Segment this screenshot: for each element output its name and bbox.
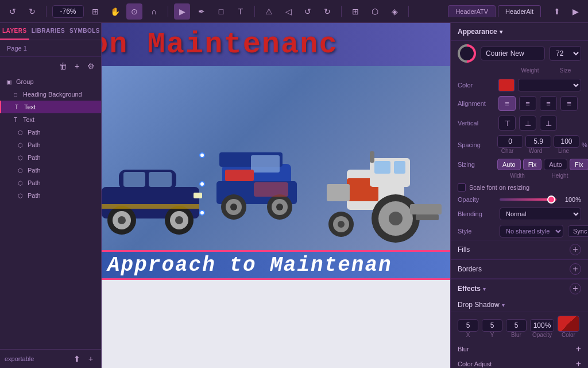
align-justify-btn[interactable]: ≡	[560, 96, 578, 111]
refresh-btn[interactable]: ↺	[300, 3, 316, 20]
spacing-label: Spacing	[458, 141, 495, 148]
export-btn[interactable]: ⬆	[549, 3, 565, 20]
rotate-btn[interactable]: ↻	[319, 3, 335, 20]
canvas-area[interactable]: on Maintenanc	[102, 23, 450, 368]
separator-4	[341, 6, 342, 17]
opacity-slider[interactable]	[500, 198, 556, 201]
align-center-btn[interactable]: ≡	[519, 96, 536, 111]
lock-btn[interactable]: ∩	[146, 3, 162, 20]
svg-point-35	[338, 221, 345, 228]
layer-text-2[interactable]: T Text	[0, 113, 101, 126]
color-adjust-add-btn[interactable]: +	[576, 359, 581, 368]
align-left-btn[interactable]: ≡	[498, 96, 516, 111]
shadow-opacity-input[interactable]	[530, 319, 554, 332]
color-swatch[interactable]	[498, 79, 514, 91]
char-spacing-input[interactable]	[497, 135, 523, 148]
export-layer-btn[interactable]: ⬆	[71, 353, 83, 365]
add-export-btn[interactable]: +	[85, 353, 96, 365]
page-label[interactable]: Page 1	[0, 40, 101, 57]
pen-tool[interactable]: ✒	[194, 3, 210, 20]
appearance-arrow: ▾	[500, 29, 502, 35]
text-tool[interactable]: T	[233, 3, 249, 20]
add-layer-btn[interactable]: +	[71, 60, 83, 72]
fit-btn[interactable]: ⊞	[87, 3, 103, 20]
layer-path-1[interactable]: ⬡ Path	[0, 126, 101, 139]
valign-bot-btn[interactable]: ⊥	[540, 116, 557, 131]
symbols-tab[interactable]: SYMBOLS	[67, 23, 102, 40]
fix-width-btn[interactable]: Fix	[523, 159, 542, 170]
shadow-y-label: Y	[490, 332, 494, 338]
layer-path-5[interactable]: ⬡ Path	[0, 177, 101, 189]
effects-arrow: ▾	[483, 286, 486, 292]
blending-label: Blending	[458, 210, 495, 217]
size-label: Size	[560, 67, 571, 74]
blending-row: Blending Normal	[451, 205, 588, 223]
sizing-spacer	[458, 172, 495, 179]
layers-tab[interactable]: LAYERS	[0, 23, 29, 40]
svg-rect-37	[416, 214, 439, 220]
play-btn[interactable]: ▶	[567, 3, 583, 20]
shape-tool[interactable]: □	[213, 3, 229, 20]
line-spacing-input[interactable]	[554, 135, 579, 148]
grid-btn[interactable]: ⊞	[347, 3, 363, 20]
select-tool[interactable]: ▶	[174, 3, 190, 20]
zoom-display[interactable]: -76%	[52, 5, 84, 18]
blur-add-btn[interactable]: +	[576, 344, 581, 354]
layer-path-3[interactable]: ⬡ Path	[0, 151, 101, 164]
shadow-y-input[interactable]	[482, 319, 502, 332]
pan-btn[interactable]: ✋	[107, 3, 123, 20]
fix-height-btn[interactable]: Fix	[570, 159, 588, 170]
svg-rect-4	[225, 170, 254, 181]
component-btn[interactable]: ⬡	[367, 3, 383, 20]
auto-width-btn[interactable]: Auto	[497, 159, 521, 170]
slide-preview: on Maintenanc	[102, 23, 450, 368]
align-right-btn[interactable]: ≡	[540, 96, 557, 111]
borders-section[interactable]: Borders +	[451, 259, 588, 279]
valign-mid-btn[interactable]: ⊥	[519, 116, 536, 131]
font-icon[interactable]	[458, 44, 476, 63]
color-select[interactable]	[518, 79, 581, 91]
blur-row[interactable]: Blur +	[451, 342, 588, 356]
borders-add-btn[interactable]: +	[570, 263, 581, 275]
fills-section[interactable]: Fills +	[451, 240, 588, 259]
color-adjust-row[interactable]: Color Adjust +	[451, 356, 588, 368]
layer-heading-bg[interactable]: □ Heading Background	[0, 88, 101, 101]
undo-button[interactable]: ↺	[5, 3, 21, 20]
blending-select[interactable]: Normal	[500, 208, 581, 220]
libraries-tab[interactable]: LIBRARIES	[29, 23, 67, 40]
symbol-btn[interactable]: ◈	[386, 3, 403, 20]
layer-path-4[interactable]: ⬡ Path	[0, 164, 101, 177]
valign-top-btn[interactable]: ⊤	[498, 116, 516, 131]
font-select[interactable]: Courier New	[481, 47, 545, 60]
fills-add-btn[interactable]: +	[570, 244, 581, 255]
magnet-btn[interactable]: ⊙	[126, 3, 142, 20]
layer-path-6[interactable]: ⬡ Path	[0, 189, 101, 202]
layer-group[interactable]: ▣ Group	[0, 75, 101, 88]
shadow-color-swatch[interactable]	[558, 316, 579, 332]
char-label: Char	[497, 148, 517, 154]
font-size-select[interactable]: 72	[550, 46, 581, 61]
effects-add-btn[interactable]: +	[570, 283, 581, 294]
svg-rect-28	[394, 161, 405, 174]
canvas-tab-2[interactable]: HeaderAlt	[498, 5, 541, 17]
shadow-blur-input[interactable]	[506, 319, 527, 332]
style-select[interactable]: No shared style	[500, 225, 563, 237]
sync-btn[interactable]: Sync	[568, 225, 588, 237]
layer-path-3-label: Path	[28, 154, 41, 161]
warning-btn[interactable]: ⚠	[261, 3, 277, 20]
effects-header[interactable]: Effects ▾ +	[451, 279, 588, 298]
flip-h-btn[interactable]: ◁	[280, 3, 296, 20]
settings-layer-btn[interactable]: ⚙	[85, 60, 96, 72]
auto-height-btn[interactable]: Auto	[544, 159, 567, 170]
layer-path-2[interactable]: ⬡ Path	[0, 139, 101, 151]
delete-layer-btn[interactable]: 🗑	[57, 60, 69, 72]
word-spacing-input[interactable]	[525, 135, 551, 148]
layer-text-1[interactable]: T Text	[0, 101, 101, 113]
redo-button[interactable]: ↻	[24, 3, 40, 20]
subtitle-text: Approach to Maintenan	[107, 254, 392, 277]
path-icon-2: ⬡	[16, 141, 24, 149]
shadow-x-input[interactable]	[458, 319, 478, 332]
scale-font-checkbox[interactable]	[458, 183, 466, 191]
scale-font-label: Scale font on resizing	[469, 184, 529, 191]
canvas-tab-1[interactable]: HeaderATV	[448, 5, 496, 17]
